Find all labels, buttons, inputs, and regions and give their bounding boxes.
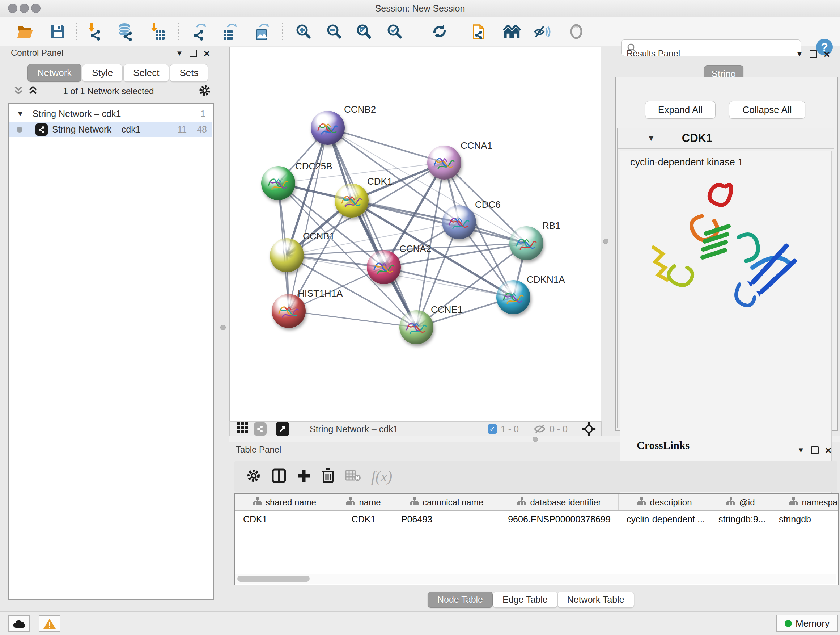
table-cell[interactable]: 9606.ENSP00000378699 xyxy=(500,511,619,527)
warnings-button[interactable] xyxy=(39,616,60,632)
panel-float-icon[interactable] xyxy=(810,50,817,58)
table-cell[interactable]: stringdb:9... xyxy=(711,511,771,527)
save-session-button[interactable] xyxy=(49,22,67,41)
tab-network-table[interactable]: Network Table xyxy=(557,592,634,608)
gene-section-header[interactable]: ▼ CDK1 xyxy=(617,128,834,149)
panel-float-icon[interactable] xyxy=(811,447,819,454)
network-canvas[interactable]: CCNB2CCNA1CDC25BCDK1CDC6RB1CCNB1CCNA2CDK… xyxy=(229,47,601,422)
left-panel-divider[interactable] xyxy=(216,47,230,421)
show-columns-button[interactable] xyxy=(271,468,286,485)
column-header-description[interactable]: description xyxy=(619,494,711,510)
hide-graphics-details-button[interactable] xyxy=(534,22,552,41)
panel-close-icon[interactable]: × xyxy=(204,50,210,57)
detach-view-button[interactable] xyxy=(276,422,289,436)
add-column-button[interactable] xyxy=(297,469,311,485)
column-header-namespace[interactable]: namespace xyxy=(771,494,838,510)
gene-section: ▼ CDK1 cyclin-dependent kinase 1 CrossLi… xyxy=(617,128,834,428)
function-builder-button[interactable]: f(x) xyxy=(371,468,392,485)
right-panel-divider[interactable] xyxy=(601,47,615,436)
panel-menu-icon[interactable]: ▼ xyxy=(176,49,183,57)
table-settings-gear-button[interactable] xyxy=(246,468,261,485)
table-cell[interactable]: CDK1 xyxy=(235,511,334,527)
table-row[interactable]: CDK1CDK1P064939606.ENSP00000378699cyclin… xyxy=(235,511,838,527)
network-node-rb1[interactable] xyxy=(509,226,543,260)
network-file-button[interactable] xyxy=(471,22,489,41)
selected-checkbox-icon[interactable]: ✓ xyxy=(488,424,497,434)
zoom-out-button[interactable] xyxy=(325,22,343,41)
export-image-button[interactable] xyxy=(253,22,271,41)
zoom-in-button[interactable] xyxy=(294,22,313,41)
network-node-cdkn1a[interactable] xyxy=(496,280,531,314)
section-collapse-icon[interactable]: ▼ xyxy=(647,134,655,143)
network-edge[interactable] xyxy=(328,128,444,163)
column-type-icon xyxy=(726,497,736,508)
import-network-button[interactable] xyxy=(85,22,103,41)
table-horizontal-scrollbar[interactable] xyxy=(235,574,836,584)
grid-view-button[interactable] xyxy=(236,422,248,436)
cloud-status-button[interactable] xyxy=(8,616,30,632)
divider-grip[interactable] xyxy=(220,325,226,330)
zoom-fit-button[interactable] xyxy=(355,22,373,41)
tab-network[interactable]: Network xyxy=(27,64,81,82)
delete-column-button[interactable] xyxy=(321,468,335,485)
collection-collapse-icon[interactable]: ▼ xyxy=(17,110,24,118)
expand-all-button[interactable]: Expand All xyxy=(645,101,715,119)
collapse-all-button[interactable]: Collapse All xyxy=(729,101,805,119)
network-node-ccne1[interactable] xyxy=(399,310,433,344)
network-edge[interactable] xyxy=(289,128,328,311)
table-cell[interactable]: P06493 xyxy=(393,511,500,527)
tab-sets[interactable]: Sets xyxy=(170,64,208,82)
network-node-ccnb1[interactable] xyxy=(270,238,304,272)
collapse-all-networks-button[interactable] xyxy=(13,85,24,98)
network-node-cdc25b[interactable] xyxy=(261,166,295,200)
panel-close-icon[interactable]: × xyxy=(825,447,832,454)
tab-edge-table[interactable]: Edge Table xyxy=(493,592,557,608)
network-row-selected[interactable]: String Network – cdk1 11 48 xyxy=(9,122,212,137)
column-header-shared-name[interactable]: shared name xyxy=(235,494,334,510)
tab-select[interactable]: Select xyxy=(123,64,169,82)
panel-float-icon[interactable] xyxy=(189,50,197,57)
network-options-gear-button[interactable] xyxy=(198,84,211,98)
delete-table-button[interactable] xyxy=(345,469,361,484)
fit-selected-crosshair-icon[interactable] xyxy=(582,422,596,436)
table-cell[interactable]: stringdb xyxy=(771,511,838,527)
memory-button[interactable]: Memory xyxy=(776,615,838,632)
table-cell[interactable]: cyclin-dependent ... xyxy=(619,511,711,527)
network-view-mode-button[interactable] xyxy=(254,423,267,435)
panel-menu-icon[interactable]: ▼ xyxy=(796,50,803,58)
network-node-cdk1[interactable] xyxy=(335,184,369,218)
toolbar-separator xyxy=(577,422,577,436)
column-header-name[interactable]: name xyxy=(334,494,393,510)
scrollbar-thumb[interactable] xyxy=(237,576,309,582)
column-header--id[interactable]: @id xyxy=(711,494,771,510)
apply-layout-button[interactable] xyxy=(431,22,448,41)
panel-menu-icon[interactable]: ▼ xyxy=(797,446,805,454)
tab-style[interactable]: Style xyxy=(82,64,123,82)
export-table-button[interactable] xyxy=(221,22,239,41)
network-node-ccna1[interactable] xyxy=(427,146,461,180)
network-node-hist1h1a[interactable] xyxy=(272,294,306,328)
gene-description: cyclin-dependent kinase 1 xyxy=(630,157,743,168)
network-node-cdc6[interactable] xyxy=(442,205,476,239)
network-edge[interactable] xyxy=(289,311,416,327)
table-cell[interactable]: CDK1 xyxy=(334,511,393,527)
import-database-button[interactable] xyxy=(116,22,134,41)
expand-all-networks-button[interactable] xyxy=(27,85,38,98)
birdseye-toggle-button[interactable] xyxy=(567,22,585,41)
network-edge[interactable] xyxy=(384,267,513,297)
column-header-canonical-name[interactable]: canonical name xyxy=(393,494,500,510)
network-collection-row[interactable]: ▼ String Network – cdk1 1 xyxy=(9,106,212,122)
open-session-button[interactable] xyxy=(16,22,34,41)
network-node-ccnb2[interactable] xyxy=(311,111,345,145)
network-node-ccna2[interactable] xyxy=(367,250,401,284)
divider-grip[interactable] xyxy=(603,239,608,244)
import-table-button[interactable] xyxy=(148,22,166,41)
divider-grip[interactable] xyxy=(532,437,538,442)
column-header-database-identifier[interactable]: database identifier xyxy=(500,494,619,510)
home-view-button[interactable] xyxy=(503,22,521,41)
export-network-button[interactable] xyxy=(191,22,210,41)
panel-close-icon[interactable]: × xyxy=(824,51,830,58)
zoom-selected-button[interactable] xyxy=(386,22,404,41)
network-node-label: RB1 xyxy=(542,220,561,231)
tab-node-table[interactable]: Node Table xyxy=(428,592,493,608)
